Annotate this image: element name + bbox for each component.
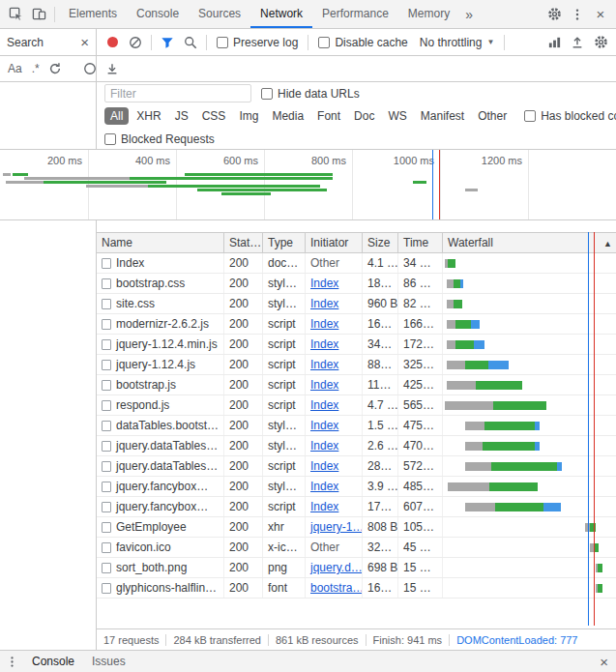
column-header-time[interactable]: Time <box>398 233 443 252</box>
column-header-size[interactable]: Size <box>363 233 398 252</box>
cell-initiator: jquery-1… <box>306 517 363 537</box>
close-devtools-icon[interactable]: × <box>589 3 612 26</box>
table-row[interactable]: jquery.fancybox…200scriptIndex17…607… <box>97 497 616 517</box>
disable-cache-checkbox[interactable]: Disable cache <box>318 36 407 49</box>
menu-dots-icon[interactable] <box>566 3 589 26</box>
initiator-link[interactable]: Index <box>310 459 338 473</box>
filter-type-other[interactable]: Other <box>472 107 513 125</box>
table-row[interactable]: favicon.ico200x-ic…Other32…45 … <box>97 538 616 558</box>
initiator-link[interactable]: Index <box>310 439 338 453</box>
initiator-link[interactable]: Index <box>310 297 338 310</box>
initiator-link[interactable]: Index <box>310 480 338 493</box>
cell-name: favicon.ico <box>97 538 224 557</box>
filter-toggle-icon[interactable] <box>156 31 179 54</box>
main-area: NameStat…TypeInitiatorSizeTimeWaterfall▲… <box>0 220 616 650</box>
clear-search-icon[interactable] <box>78 57 97 80</box>
initiator-link[interactable]: Index <box>310 419 338 432</box>
table-row[interactable]: site.css200styl…Index960 B82 … <box>97 294 616 314</box>
column-header-type[interactable]: Type <box>263 233 306 252</box>
inspect-element-icon[interactable] <box>4 3 27 26</box>
network-settings-gear-icon[interactable] <box>589 31 612 54</box>
column-header-stat[interactable]: Stat… <box>224 233 263 252</box>
table-row[interactable]: GetEmployee200xhrjquery-1…808 B105… <box>97 517 616 538</box>
tab-sources[interactable]: Sources <box>189 0 250 28</box>
drawer-tab-issues[interactable]: Issues <box>83 651 134 672</box>
filter-type-ws[interactable]: WS <box>382 107 412 125</box>
table-row[interactable]: jquery-1.12.4.min.js200scriptIndex34…172… <box>97 335 616 355</box>
more-tabs-icon[interactable]: » <box>459 0 479 28</box>
cell-size: 3.9 … <box>363 477 398 496</box>
initiator-link[interactable]: Index <box>310 500 338 513</box>
settings-gear-icon[interactable] <box>543 3 566 26</box>
network-conditions-icon[interactable] <box>543 31 566 54</box>
cell-initiator: Index <box>306 355 363 374</box>
preserve-log-checkbox[interactable]: Preserve log <box>217 36 298 49</box>
drawer-tab-console[interactable]: Console <box>23 651 83 672</box>
throttling-select[interactable]: No throttling ▼ <box>420 36 495 49</box>
cell-waterfall <box>443 294 616 313</box>
tab-network[interactable]: Network <box>250 0 312 28</box>
cell-type: styl… <box>263 294 306 313</box>
drawer-menu-dots-icon[interactable] <box>0 650 23 672</box>
table-row[interactable]: respond.js200scriptIndex4.7 …565… <box>97 395 616 416</box>
filter-type-img[interactable]: Img <box>233 107 264 125</box>
filter-type-js[interactable]: JS <box>169 107 194 125</box>
filter-type-media[interactable]: Media <box>266 107 309 125</box>
tab-performance[interactable]: Performance <box>312 0 398 28</box>
blocked-requests-checkbox[interactable]: Blocked Requests <box>104 132 215 146</box>
resources-size: 861 kB resources <box>269 634 367 646</box>
filter-input[interactable] <box>104 84 251 102</box>
match-case-toggle[interactable]: Aa <box>4 61 26 76</box>
tab-console[interactable]: Console <box>127 0 189 28</box>
table-row[interactable]: Index200doc…Other4.1 …34 … <box>97 253 616 274</box>
table-row[interactable]: sort_both.png200pngjquery.d…698 B15 … <box>97 558 616 578</box>
column-header-name[interactable]: Name <box>97 233 224 252</box>
hide-data-urls-checkbox[interactable]: Hide data URLs <box>261 87 360 101</box>
import-har-icon[interactable] <box>566 31 589 54</box>
initiator-link[interactable]: Index <box>310 398 338 412</box>
export-har-icon[interactable] <box>101 57 124 80</box>
record-button[interactable] <box>101 31 124 54</box>
filter-type-manifest[interactable]: Manifest <box>415 107 470 125</box>
filter-type-doc[interactable]: Doc <box>348 107 380 125</box>
cell-name: jquery-1.12.4.js <box>97 355 224 374</box>
search-icon[interactable] <box>179 31 202 54</box>
cell-size: 17… <box>363 497 398 516</box>
initiator-link[interactable]: Index <box>310 277 338 290</box>
cell-name: site.css <box>97 294 224 313</box>
initiator-link[interactable]: Index <box>310 378 338 392</box>
close-search-icon[interactable]: × <box>80 35 89 49</box>
filter-type-font[interactable]: Font <box>311 107 346 125</box>
device-toolbar-icon[interactable] <box>27 3 50 26</box>
table-row[interactable]: jquery-1.12.4.js200scriptIndex88…325… <box>97 355 616 375</box>
initiator-link[interactable]: Index <box>310 337 338 351</box>
table-row[interactable]: jquery.dataTables…200scriptIndex28…572… <box>97 456 616 477</box>
has-blocked-cookies-checkbox[interactable]: Has blocked cookies <box>524 109 616 123</box>
initiator-link[interactable]: Index <box>310 358 338 371</box>
clear-button[interactable] <box>124 31 147 54</box>
initiator-link[interactable]: Index <box>310 317 338 331</box>
initiator-link[interactable]: jquery.d… <box>310 561 363 574</box>
initiator-link[interactable]: jquery-1… <box>310 520 363 534</box>
table-row[interactable]: glyphicons-halflin…200fontbootstra…16…15… <box>97 578 616 599</box>
cell-initiator: Index <box>306 416 363 435</box>
column-header-waterfall[interactable]: Waterfall▲ <box>443 233 616 252</box>
table-row[interactable]: bootstrap.js200scriptIndex11…425… <box>97 375 616 395</box>
close-drawer-icon[interactable]: × <box>600 655 608 669</box>
tab-memory[interactable]: Memory <box>398 0 459 28</box>
filter-type-all[interactable]: All <box>104 107 129 125</box>
refresh-icon[interactable] <box>45 57 65 80</box>
filter-type-css[interactable]: CSS <box>196 107 232 125</box>
initiator-link[interactable]: bootstra… <box>310 581 363 595</box>
table-row[interactable]: jquery.dataTables…200styl…Index2.6 …470… <box>97 436 616 456</box>
table-row[interactable]: dataTables.bootst…200styl…Index1.5 …475… <box>97 416 616 436</box>
table-row[interactable]: bootstrap.css200styl…Index18…86 … <box>97 274 616 294</box>
table-row[interactable]: modernizr-2.6.2.js200scriptIndex16…166… <box>97 314 616 335</box>
table-row[interactable]: jquery.fancybox…200styl…Index3.9 …485… <box>97 477 616 497</box>
tab-elements[interactable]: Elements <box>59 0 127 28</box>
cell-name: bootstrap.css <box>97 274 224 293</box>
network-overview[interactable]: 200 ms400 ms600 ms800 ms1000 ms1200 ms <box>0 150 616 220</box>
column-header-initiator[interactable]: Initiator <box>306 233 363 252</box>
filter-type-xhr[interactable]: XHR <box>131 107 166 125</box>
regex-toggle[interactable]: .* <box>28 61 44 76</box>
